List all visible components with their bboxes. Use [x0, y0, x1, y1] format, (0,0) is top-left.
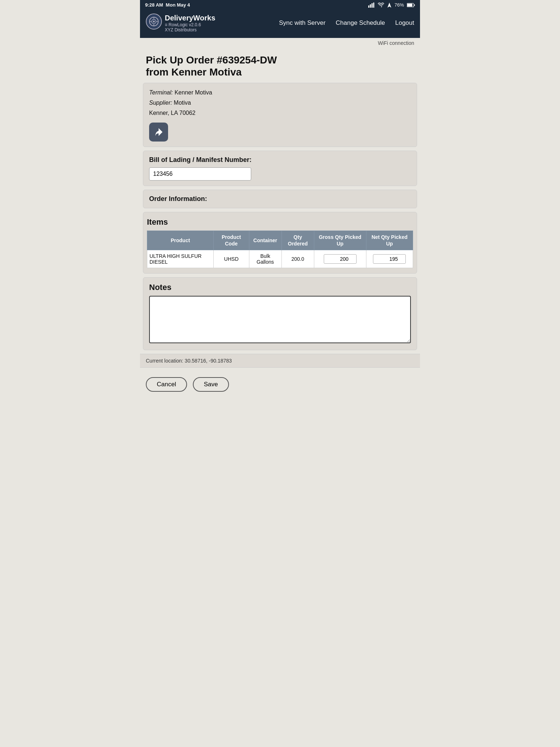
col-product-code: Product Code	[214, 231, 249, 250]
cell-container: Bulk Gallons	[249, 250, 281, 268]
col-product: Product	[147, 231, 214, 250]
items-table: Product Product Code Container Qty Order…	[147, 231, 413, 268]
bill-of-lading-card: Bill of Lading / Manifest Number:	[143, 151, 417, 186]
supplier-label: Supplier:	[149, 100, 172, 106]
bol-label: Bill of Lading / Manifest Number:	[149, 156, 411, 164]
col-container: Container	[249, 231, 281, 250]
svg-rect-6	[414, 4, 415, 6]
bol-input[interactable]	[149, 167, 251, 181]
logo-icon	[146, 13, 162, 30]
save-button[interactable]: Save	[193, 377, 229, 392]
address: Kenner, LA 70062	[149, 109, 411, 117]
table-body: ULTRA HIGH SULFUR DIESEL UHSD Bulk Gallo…	[147, 250, 413, 268]
svg-rect-5	[407, 4, 412, 7]
action-buttons: Cancel Save	[140, 374, 420, 400]
terminal-info: Terminal: Kenner Motiva Supplier: Motiva…	[149, 88, 411, 117]
notes-card: Notes	[143, 277, 417, 350]
wifi-status-label: WiFi connection	[378, 40, 414, 46]
terminal-info-card: Terminal: Kenner Motiva Supplier: Motiva…	[143, 83, 417, 147]
order-info-card: Order Information:	[143, 190, 417, 208]
col-net-qty: Net Qty Picked Up	[366, 231, 413, 250]
logo-text: DeliveryWorks ≡ RowLogic v2.0.6 XYZ Dist…	[165, 13, 215, 33]
supplier-value: Motiva	[174, 100, 191, 106]
items-title: Items	[147, 217, 413, 227]
signal-icon	[368, 3, 375, 8]
svg-rect-3	[373, 3, 374, 8]
table-header: Product Product Code Container Qty Order…	[147, 231, 413, 250]
terminal-label: Terminal:	[149, 89, 173, 96]
wifi-icon	[378, 3, 384, 8]
cell-product: ULTRA HIGH SULFUR DIESEL	[147, 250, 214, 268]
sync-link[interactable]: Sync with Server	[279, 19, 326, 27]
cancel-button[interactable]: Cancel	[146, 377, 187, 392]
net-qty-input[interactable]	[373, 254, 406, 264]
col-qty-ordered: Qty Ordered	[281, 231, 314, 250]
col-gross-qty: Gross Qty Picked Up	[314, 231, 366, 250]
cell-gross-qty[interactable]	[314, 250, 366, 268]
order-info-title: Order Information:	[149, 195, 411, 203]
cell-net-qty[interactable]	[366, 250, 413, 268]
terminal-line: Terminal: Kenner Motiva	[149, 88, 411, 97]
location-bar: Current location: 30.58716, -90.18783	[140, 354, 420, 368]
brand-name: DeliveryWorks	[165, 13, 215, 22]
svg-rect-0	[368, 5, 369, 8]
svg-rect-2	[372, 3, 373, 8]
logo: DeliveryWorks ≡ RowLogic v2.0.6 XYZ Dist…	[146, 13, 279, 33]
table-row: ULTRA HIGH SULFUR DIESEL UHSD Bulk Gallo…	[147, 250, 413, 268]
cell-qty-ordered: 200.0	[281, 250, 314, 268]
svg-rect-1	[370, 4, 371, 8]
company-name: XYZ Distributors	[165, 27, 215, 32]
cell-product-code: UHSD	[214, 250, 249, 268]
notes-title: Notes	[149, 283, 411, 292]
gross-qty-input[interactable]	[324, 254, 357, 264]
page-title: Pick Up Order #639254-DWfrom Kenner Moti…	[140, 48, 420, 83]
change-schedule-link[interactable]: Change Schedule	[336, 19, 385, 27]
location-icon	[387, 3, 392, 8]
header-nav: DeliveryWorks ≡ RowLogic v2.0.6 XYZ Dist…	[140, 10, 420, 38]
logout-link[interactable]: Logout	[395, 19, 414, 27]
terminal-value: Kenner Motiva	[175, 89, 212, 96]
supplier-line: Supplier: Motiva	[149, 98, 411, 107]
nav-links: Sync with Server Change Schedule Logout	[279, 19, 414, 27]
battery-level: 76%	[394, 2, 404, 8]
status-icons: 76%	[368, 2, 415, 8]
notes-textarea[interactable]	[149, 296, 411, 343]
status-time: 9:28 AM Mon May 4	[145, 2, 190, 8]
battery-icon	[407, 3, 415, 7]
rowlogic-version: ≡ RowLogic v2.0.6	[165, 22, 215, 27]
svg-point-9	[153, 21, 155, 23]
items-section: Items Product Product Code Container Qty…	[143, 212, 417, 274]
status-bar: 9:28 AM Mon May 4 76%	[140, 0, 420, 10]
location-label: Current location: 30.58716, -90.18783	[146, 358, 232, 364]
wifi-status-bar: WiFi connection	[140, 38, 420, 48]
navigation-button[interactable]	[149, 123, 168, 142]
